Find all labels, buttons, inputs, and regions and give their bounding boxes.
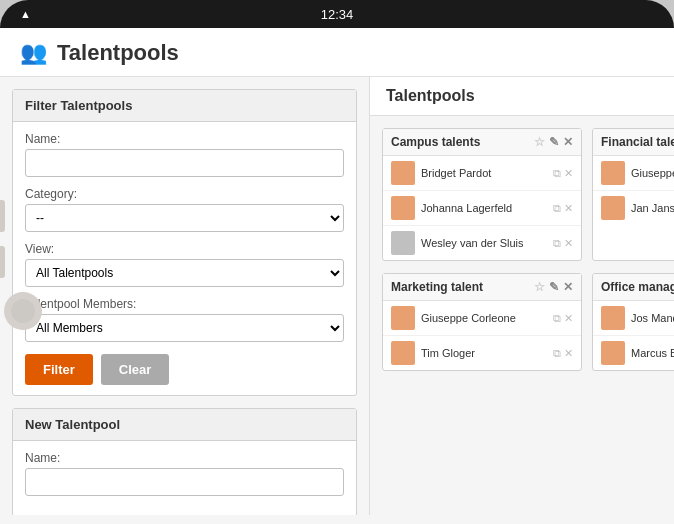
- member-link-icon[interactable]: ⧉: [553, 312, 561, 325]
- member-remove-icon[interactable]: ✕: [564, 347, 573, 360]
- filter-panel-header: Filter Talentpools: [13, 90, 356, 122]
- member-name: Wesley van der Sluis: [421, 237, 547, 249]
- screen: 👥 Talentpools Filter Talentpools Name:: [0, 28, 674, 524]
- members-select[interactable]: All Members My Members: [25, 314, 344, 342]
- member-remove-icon[interactable]: ✕: [564, 167, 573, 180]
- side-volume-down[interactable]: [0, 246, 5, 278]
- view-select[interactable]: All Talentpools My Talentpools: [25, 259, 344, 287]
- member-row: Wesley van der Sluis ⧉ ✕: [383, 226, 581, 260]
- member-actions: ⧉ ✕: [553, 237, 573, 250]
- member-name: Jos Mandersic...: [631, 312, 674, 324]
- tp-card-marketing-title: Marketing talent: [391, 280, 483, 294]
- clear-button[interactable]: Clear: [101, 354, 170, 385]
- member-remove-icon[interactable]: ✕: [564, 237, 573, 250]
- member-row: Jan Jansen: [593, 191, 674, 225]
- member-name: Tim Gloger: [421, 347, 547, 359]
- filter-panel: Filter Talentpools Name: Category: --: [12, 89, 357, 396]
- member-name: Bridget Pardot: [421, 167, 547, 179]
- avatar: [391, 306, 415, 330]
- avatar: [391, 231, 415, 255]
- new-talentpool-body: Name:: [13, 441, 356, 515]
- member-row: Giuseppe Corleone ⧉ ✕: [383, 301, 581, 336]
- member-row: Tim Gloger ⧉ ✕: [383, 336, 581, 370]
- tp-card-office-header: Office manager...: [593, 274, 674, 301]
- marketing-header-icons: ☆ ✎ ✕: [534, 280, 573, 294]
- member-actions: ⧉ ✕: [553, 167, 573, 180]
- ipad-frame: ▲ 12:34 👥 Talentpools Filter Talentpools…: [0, 0, 674, 524]
- star-icon[interactable]: ☆: [534, 280, 545, 294]
- members-label: Talentpool Members:: [25, 297, 344, 311]
- member-name: Giuseppe Corl...: [631, 167, 674, 179]
- view-label: View:: [25, 242, 344, 256]
- people-icon: 👥: [20, 40, 47, 66]
- member-link-icon[interactable]: ⧉: [553, 347, 561, 360]
- member-link-icon[interactable]: ⧉: [553, 202, 561, 215]
- left-sidebar: Filter Talentpools Name: Category: --: [0, 77, 370, 515]
- side-volume-up[interactable]: [0, 200, 5, 232]
- main-header: Talentpools: [370, 77, 674, 116]
- campus-header-icons: ☆ ✎ ✕: [534, 135, 573, 149]
- avatar: [601, 161, 625, 185]
- member-name: Giuseppe Corleone: [421, 312, 547, 324]
- tp-card-campus: Campus talents ☆ ✎ ✕ Bridget Pardot: [382, 128, 582, 261]
- close-icon[interactable]: ✕: [563, 135, 573, 149]
- new-name-group: Name:: [25, 451, 344, 496]
- star-icon[interactable]: ☆: [534, 135, 545, 149]
- category-label: Category:: [25, 187, 344, 201]
- members-field-group: Talentpool Members: All Members My Membe…: [25, 297, 344, 342]
- category-select[interactable]: --: [25, 204, 344, 232]
- tp-card-financial: Financial tale... ☆ ✎ ✕ Giuseppe Corl...: [592, 128, 674, 261]
- home-button-inner: [11, 299, 35, 323]
- status-bar: ▲ 12:34: [0, 0, 674, 28]
- status-time: 12:34: [321, 7, 354, 22]
- tp-card-campus-title: Campus talents: [391, 135, 480, 149]
- member-name: Johanna Lagerfeld: [421, 202, 547, 214]
- tp-card-financial-header: Financial tale... ☆ ✎ ✕: [593, 129, 674, 156]
- status-bar-left: ▲: [20, 8, 31, 20]
- filter-btn-row: Filter Clear: [25, 354, 344, 385]
- member-row: Johanna Lagerfeld ⧉ ✕: [383, 191, 581, 226]
- avatar: [391, 196, 415, 220]
- member-link-icon[interactable]: ⧉: [553, 167, 561, 180]
- avatar: [601, 196, 625, 220]
- member-row: Jos Mandersic...: [593, 301, 674, 336]
- close-icon[interactable]: ✕: [563, 280, 573, 294]
- avatar: [391, 341, 415, 365]
- tp-card-marketing-header: Marketing talent ☆ ✎ ✕: [383, 274, 581, 301]
- member-actions: ⧉ ✕: [553, 312, 573, 325]
- member-remove-icon[interactable]: ✕: [564, 202, 573, 215]
- member-row: Marcus Benbra...: [593, 336, 674, 370]
- avatar: [391, 161, 415, 185]
- ipad-side-buttons: [0, 200, 42, 330]
- new-talentpool-header: New Talentpool: [13, 409, 356, 441]
- tp-card-financial-title: Financial tale...: [601, 135, 674, 149]
- member-remove-icon[interactable]: ✕: [564, 312, 573, 325]
- member-actions: ⧉ ✕: [553, 347, 573, 360]
- name-label: Name:: [25, 132, 344, 146]
- new-talentpool-panel: New Talentpool Name:: [12, 408, 357, 515]
- content-layout: Filter Talentpools Name: Category: --: [0, 77, 674, 515]
- new-name-input[interactable]: [25, 468, 344, 496]
- tp-card-office: Office manager... Jos Mandersic... Marcu…: [592, 273, 674, 371]
- filter-panel-body: Name: Category: -- View: A: [13, 122, 356, 395]
- app-title: Talentpools: [57, 40, 179, 66]
- member-row: Bridget Pardot ⧉ ✕: [383, 156, 581, 191]
- avatar: [601, 341, 625, 365]
- view-field-group: View: All Talentpools My Talentpools: [25, 242, 344, 287]
- name-input[interactable]: [25, 149, 344, 177]
- side-home-button[interactable]: [4, 292, 42, 330]
- name-field-group: Name:: [25, 132, 344, 177]
- filter-button[interactable]: Filter: [25, 354, 93, 385]
- talentpool-grid-row1: Campus talents ☆ ✎ ✕ Bridget Pardot: [370, 116, 674, 273]
- main-area: Talentpools Campus talents ☆ ✎ ✕: [370, 77, 674, 515]
- edit-icon[interactable]: ✎: [549, 280, 559, 294]
- member-link-icon[interactable]: ⧉: [553, 237, 561, 250]
- new-name-label: Name:: [25, 451, 344, 465]
- member-name: Jan Jansen: [631, 202, 674, 214]
- wifi-icon: ▲: [20, 8, 31, 20]
- edit-icon[interactable]: ✎: [549, 135, 559, 149]
- tp-card-office-title: Office manager...: [601, 280, 674, 294]
- category-field-group: Category: --: [25, 187, 344, 232]
- member-name: Marcus Benbra...: [631, 347, 674, 359]
- talentpool-grid-row2: Marketing talent ☆ ✎ ✕ Giuseppe Corleone: [370, 273, 674, 383]
